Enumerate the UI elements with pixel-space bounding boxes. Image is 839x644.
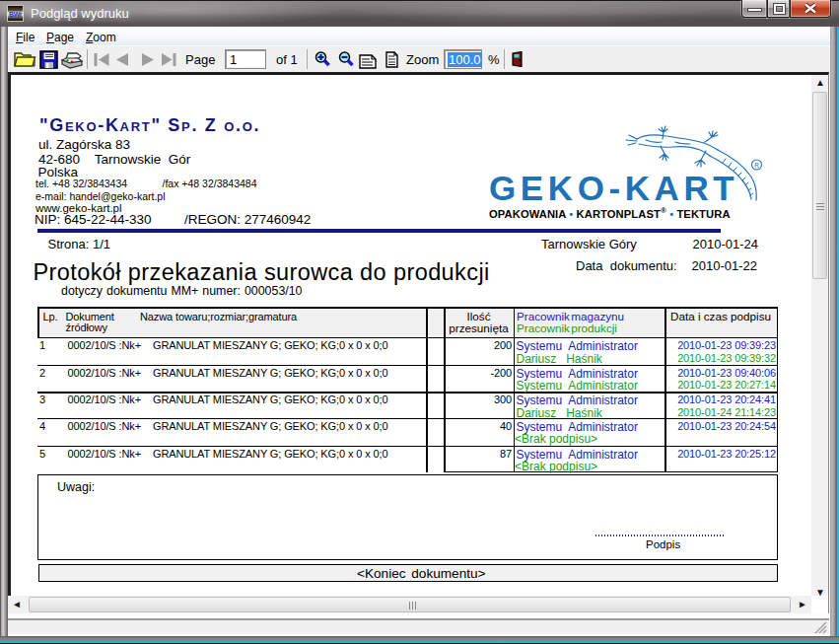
svg-text:R: R (754, 162, 759, 169)
